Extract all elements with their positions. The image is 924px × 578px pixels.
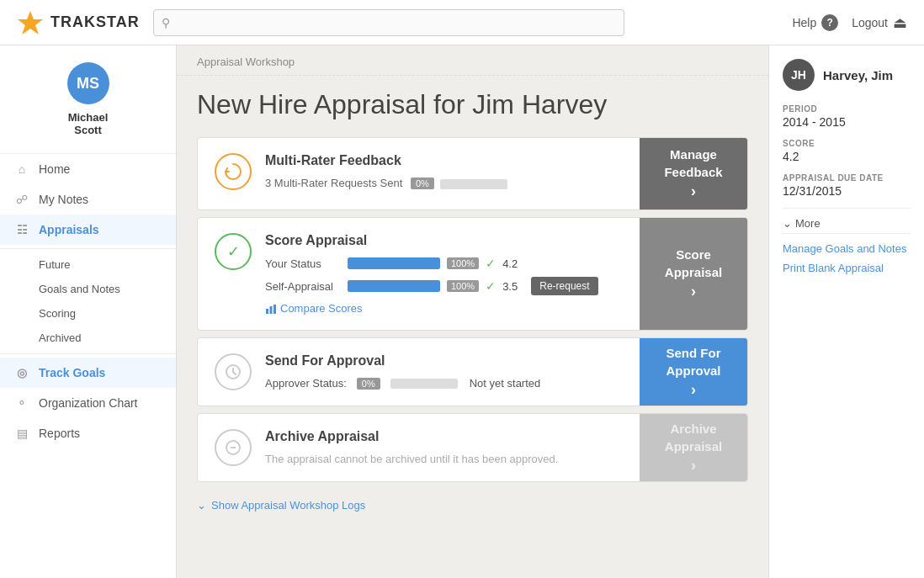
rp-due-val: 12/31/2015 [783,184,911,198]
sidebar-sub-future[interactable]: Future [0,252,176,277]
svg-rect-2 [270,306,273,314]
rp-due-label: APPRAISAL DUE DATE [783,173,911,183]
sidebar-item-track-goals[interactable]: ◎ Track Goals [0,358,176,388]
svg-rect-3 [273,305,276,314]
your-status-bar [348,257,440,269]
nav-label-my-notes: My Notes [39,193,88,206]
search-bar-wrapper: ⚲ [153,9,624,36]
chevron-down-small-icon: ⌄ [783,217,792,230]
nav-label-org-chart: Organization Chart [39,396,138,410]
your-status-row: Your Status 100% ✓ 4.2 [265,257,623,270]
help-button[interactable]: Help ? [792,14,838,31]
right-panel: JH Harvey, Jim PERIOD 2014 - 2015 SCORE … [768,45,924,578]
svg-rect-1 [266,309,268,314]
send-approval-action: Send For Approval › [640,338,747,406]
send-approval-title: Send For Approval [265,353,540,369]
rp-links: Manage Goals and Notes Print Blank Appra… [783,233,911,274]
logo-text: TRAKSTAR [50,13,140,31]
nav-divider-1 [0,248,176,249]
home-icon: ⌂ [13,162,30,176]
rp-name: Harvey, Jim [823,68,893,82]
sidebar-sub-goals-notes[interactable]: Goals and Notes [0,277,176,301]
score-appraisal-button[interactable]: Score Appraisal › [640,218,747,330]
target-icon: ◎ [13,366,30,379]
archive-appraisal-button: Archive Appraisal › [640,414,747,481]
multi-rater-action: Manage Feedback › [640,138,747,209]
avatar: MS [67,62,109,104]
rp-avatar: JH [783,59,815,91]
approver-label: Approver Status: [265,377,347,390]
sidebar-item-appraisals[interactable]: ☷ Appraisals [0,215,176,245]
self-appraisal-check: ✓ [486,279,496,293]
self-appraisal-label: Self-Appraisal [265,280,341,293]
manage-goals-notes-link[interactable]: Manage Goals and Notes [783,242,911,255]
notes-icon: ☍ [13,193,30,206]
top-bar: TRAKSTAR ⚲ Help ? Logout ⏏ [0,0,924,45]
nav-label-track-goals: Track Goals [39,366,105,379]
archive-action: Archive Appraisal › [640,414,747,481]
self-appraisal-bar [348,280,440,292]
org-icon: ⚬ [13,396,30,410]
archive-arrow: › [691,457,696,475]
more-toggle[interactable]: ⌄ More [783,208,911,230]
score-appraisal-action: Score Appraisal › [640,218,747,330]
approver-pct: 0% [357,378,380,390]
archive-appraisal-body: Archive Appraisal The appraisal cannot b… [198,414,640,481]
main-content: Appraisal Workshop New Hire Appraisal fo… [177,45,768,578]
search-input[interactable] [153,9,624,36]
print-blank-appraisal-link[interactable]: Print Blank Appraisal [783,262,911,274]
archive-title: Archive Appraisal [265,429,558,444]
sidebar-item-my-notes[interactable]: ☍ My Notes [0,184,176,215]
svg-marker-0 [18,11,43,34]
nav-divider-2 [0,353,176,354]
more-label: More [795,217,820,230]
multi-rater-pct: 0% [411,178,434,189]
rp-period-val: 2014 - 2015 [783,115,911,129]
user-name: MichaelScott [13,111,162,136]
logout-button[interactable]: Logout ⏏ [852,13,907,32]
breadcrumb: Appraisal Workshop [177,45,768,76]
multi-rater-bar [440,179,507,189]
chevron-down-icon: ⌄ [197,499,206,512]
compare-scores-link[interactable]: Compare Scores [265,302,623,315]
sidebar-item-org-chart[interactable]: ⚬ Organization Chart [0,388,176,418]
top-right-actions: Help ? Logout ⏏ [792,13,907,32]
send-for-approval-button[interactable]: Send For Approval › [640,338,747,406]
your-status-check: ✓ [486,257,496,270]
sidebar-sub-scoring[interactable]: Scoring [0,301,176,326]
rp-score-val: 4.2 [783,150,911,163]
archive-note: The appraisal cannot be archived until i… [265,453,558,465]
score-appraisal-title: Score Appraisal [265,233,623,248]
re-request-button[interactable]: Re-request [531,277,597,295]
logout-icon: ⏏ [893,13,907,32]
appraisals-icon: ☷ [13,223,30,236]
your-status-val: 4.2 [502,257,518,270]
rp-header: JH Harvey, Jim [783,59,911,91]
your-status-pct: 100% [447,257,479,269]
sidebar-sub-archived[interactable]: Archived [0,326,176,350]
logo: TRAKSTAR [17,9,140,36]
nav-label-home: Home [39,162,70,176]
self-appraisal-val: 3.5 [502,280,518,293]
sidebar-item-reports[interactable]: ▤ Reports [0,418,176,448]
score-appraisal-section: ✓ Score Appraisal Your Status [197,217,748,331]
multi-rater-icon [215,153,252,190]
send-approval-arrow: › [691,381,696,399]
sidebar-item-home[interactable]: ⌂ Home [0,154,176,184]
your-status-fill [348,257,440,269]
score-appraisal-body: ✓ Score Appraisal Your Status [198,218,640,330]
show-logs-toggle[interactable]: ⌄ Show Appraisal Workshop Logs [177,489,768,522]
manage-feedback-button[interactable]: Manage Feedback › [640,138,747,209]
score-appraisal-icon: ✓ [215,233,252,270]
manage-feedback-arrow: › [691,183,696,200]
self-appraisal-pct: 100% [447,280,479,292]
multi-rater-body: Multi-Rater Feedback 3 Multi-Rater Reque… [198,138,640,209]
self-appraisal-fill [348,280,440,292]
approver-status: Not yet started [470,377,541,390]
help-label: Help [792,16,816,29]
send-approval-section: Send For Approval Approver Status: 0% No… [197,337,748,406]
send-approval-body: Send For Approval Approver Status: 0% No… [198,338,640,406]
rp-due-date: APPRAISAL DUE DATE 12/31/2015 [783,173,911,198]
archive-appraisal-section: Archive Appraisal The appraisal cannot b… [197,413,748,482]
show-logs-label: Show Appraisal Workshop Logs [211,499,365,512]
